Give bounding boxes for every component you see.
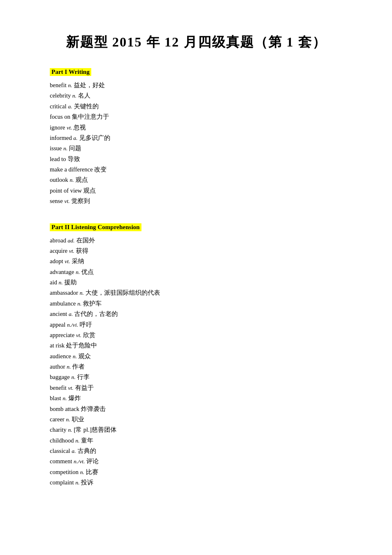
word-type: n. bbox=[75, 438, 80, 444]
word-chinese: 救护车 bbox=[83, 300, 102, 307]
word-chinese: 获得 bbox=[76, 247, 88, 254]
word-chinese: [常 pl.]慈善团体 bbox=[74, 426, 117, 433]
word-chinese: 观点 bbox=[83, 187, 96, 194]
list-item: ambulance n. 救护车 bbox=[50, 298, 342, 309]
section2-header-text: Part II Listening Comprehension bbox=[51, 224, 140, 230]
word-english: aid bbox=[50, 279, 57, 286]
word-english: point of view bbox=[50, 187, 82, 194]
word-english: ambassador bbox=[50, 289, 78, 296]
word-chinese: 见多识广的 bbox=[79, 134, 110, 141]
list-item: adopt vt. 采纳 bbox=[50, 256, 342, 266]
word-english: ancient bbox=[50, 311, 67, 317]
word-english: audience bbox=[50, 353, 71, 359]
word-english: celebrity bbox=[50, 92, 71, 99]
word-chinese: 采纳 bbox=[72, 258, 84, 264]
word-english: classical bbox=[50, 447, 70, 454]
list-item: classical a. 古典的 bbox=[50, 446, 342, 456]
word-type: vt. bbox=[65, 258, 70, 264]
word-chinese: 名人 bbox=[78, 92, 90, 99]
word-type: n. bbox=[73, 353, 77, 359]
word-type: n. bbox=[80, 290, 84, 296]
word-english: competition bbox=[50, 469, 78, 475]
word-english: abroad bbox=[50, 237, 66, 244]
word-type: n. bbox=[66, 416, 70, 423]
word-type: n. bbox=[72, 93, 76, 99]
list-item: ancient a. 古代的，古老的 bbox=[50, 309, 342, 319]
word-type: vt. bbox=[76, 332, 81, 338]
word-english: benefit bbox=[50, 82, 66, 88]
word-english: lead to bbox=[50, 156, 66, 162]
word-english: make a difference bbox=[50, 166, 93, 173]
word-type: vt. bbox=[67, 125, 72, 131]
word-chinese: 集中注意力于 bbox=[72, 113, 109, 120]
word-type: n. bbox=[80, 469, 84, 475]
list-item: celebrity n. 名人 bbox=[50, 90, 342, 101]
word-type: a. bbox=[68, 103, 72, 110]
word-english: ignore bbox=[50, 124, 65, 131]
word-english: adopt bbox=[50, 258, 63, 264]
list-item: benefit vt. 有益于 bbox=[50, 383, 342, 393]
word-chinese: 欣赏 bbox=[83, 332, 95, 338]
list-item: critical a. 关键性的 bbox=[50, 101, 342, 112]
word-chinese: 援助 bbox=[64, 279, 77, 286]
section1-header-text: Part I Writing bbox=[51, 68, 90, 75]
listening-word-list: abroad ad. 在国外acquire vt. 获得adopt vt. 采纳… bbox=[50, 235, 342, 488]
list-item: audience n. 观众 bbox=[50, 351, 342, 362]
word-chinese: 关键性的 bbox=[74, 103, 99, 110]
word-chinese: 行李 bbox=[77, 374, 90, 380]
list-item: appreciate vt. 欣赏 bbox=[50, 330, 342, 340]
word-chinese: 爆炸 bbox=[68, 395, 81, 401]
word-type: n. bbox=[68, 427, 72, 433]
word-english: issue bbox=[50, 145, 62, 152]
section2-header: Part II Listening Comprehension bbox=[50, 223, 141, 231]
word-type: ad. bbox=[68, 237, 75, 244]
list-item: abroad ad. 在国外 bbox=[50, 235, 342, 246]
list-item: career n. 职业 bbox=[50, 414, 342, 425]
word-english: critical bbox=[50, 103, 66, 110]
word-type: n./vt. bbox=[74, 458, 85, 465]
list-item: acquire vt. 获得 bbox=[50, 246, 342, 256]
word-chinese: 观点 bbox=[75, 176, 88, 183]
list-item: author n. 作者 bbox=[50, 362, 342, 372]
word-chinese: 在国外 bbox=[76, 237, 95, 244]
word-english: childhood bbox=[50, 437, 74, 444]
word-type: n. bbox=[63, 395, 67, 401]
word-chinese: 呼吁 bbox=[80, 321, 92, 328]
list-item: benefit n. 益处，好处 bbox=[50, 80, 342, 90]
list-item: ambassador n. 大使，派驻国际组织的代表 bbox=[50, 288, 342, 298]
list-item: bomb attack 炸弹袭击 bbox=[50, 404, 342, 414]
word-chinese: 古典的 bbox=[78, 447, 96, 454]
word-english: ambulance bbox=[50, 300, 76, 307]
page-title: 新题型 2015 年 12 月四级真题（第 1 套） bbox=[50, 33, 342, 51]
word-type: n. bbox=[75, 479, 80, 486]
word-chinese: 投诉 bbox=[81, 479, 93, 486]
word-english: sense bbox=[50, 198, 63, 204]
list-item: at risk 处于危险中 bbox=[50, 340, 342, 351]
list-item: baggage n. 行李 bbox=[50, 372, 342, 382]
list-item: make a difference 改变 bbox=[50, 164, 342, 175]
word-english: blast bbox=[50, 395, 61, 401]
word-chinese: 职业 bbox=[72, 416, 84, 423]
word-type: a. bbox=[73, 135, 78, 141]
word-english: acquire bbox=[50, 247, 68, 254]
word-english: bomb attack bbox=[50, 406, 79, 412]
word-type: n. bbox=[71, 374, 75, 380]
section-writing: Part I Writing benefit n. 益处，好处celebrity… bbox=[50, 68, 342, 207]
word-english: at risk bbox=[50, 342, 65, 349]
list-item: blast n. 爆炸 bbox=[50, 393, 342, 403]
word-english: author bbox=[50, 363, 65, 370]
word-type: n./vi. bbox=[67, 322, 78, 328]
word-english: comment bbox=[50, 458, 72, 465]
list-item: issue n. 问题 bbox=[50, 143, 342, 154]
word-english: appeal bbox=[50, 321, 66, 328]
word-type: n. bbox=[67, 364, 71, 370]
word-english: charity bbox=[50, 426, 66, 433]
word-chinese: 处于危险中 bbox=[66, 342, 97, 349]
section-listening: Part II Listening Comprehension abroad a… bbox=[50, 223, 342, 488]
list-item: charity n. [常 pl.]慈善团体 bbox=[50, 425, 342, 435]
word-english: appreciate bbox=[50, 332, 75, 338]
word-english: outlook bbox=[50, 176, 68, 183]
word-chinese: 问题 bbox=[69, 145, 81, 152]
word-english: career bbox=[50, 416, 64, 423]
list-item: outlook n. 观点 bbox=[50, 175, 342, 185]
